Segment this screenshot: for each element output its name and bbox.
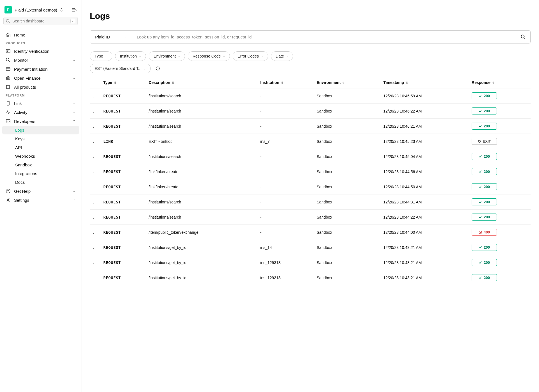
expand-row-icon[interactable]: ⌄ bbox=[92, 216, 95, 219]
table-row[interactable]: ⌄REQUEST/institutions/get_by_idins_12931… bbox=[90, 255, 531, 270]
cell-institution: - bbox=[258, 119, 314, 134]
table-row[interactable]: ⌄REQUEST/item/public_token/exchange-Sand… bbox=[90, 225, 531, 240]
collapse-sidebar-icon[interactable] bbox=[72, 8, 77, 12]
nav-sub-docs[interactable]: Docs bbox=[2, 178, 79, 187]
search-type-select[interactable]: Plaid ID ⌄ bbox=[90, 31, 132, 43]
expand-row-icon[interactable]: ⌄ bbox=[92, 155, 95, 159]
search-icon[interactable] bbox=[521, 35, 526, 40]
nav-sub-keys[interactable]: Keys bbox=[2, 134, 79, 143]
col-description[interactable]: Description⇅ bbox=[146, 76, 258, 88]
chevron-down-icon: ⌄ bbox=[223, 55, 225, 58]
nav-sub-sandbox[interactable]: Sandbox bbox=[2, 161, 79, 169]
home-icon bbox=[6, 32, 11, 37]
table-row[interactable]: ⌄REQUEST/institutions/search-Sandbox12/2… bbox=[90, 149, 531, 164]
cell-description: /institutions/search bbox=[146, 119, 258, 134]
col-type[interactable]: Type⇅ bbox=[101, 76, 146, 88]
response-badge: 200 bbox=[472, 274, 497, 281]
workspace-name: Plaid (External demos) bbox=[15, 8, 57, 12]
col-response[interactable]: Response⇅ bbox=[469, 76, 531, 88]
expand-row-icon[interactable]: ⌄ bbox=[92, 276, 95, 280]
filter-type[interactable]: Type⌄ bbox=[90, 51, 112, 61]
nav-payment-initiation[interactable]: Payment Initiation bbox=[2, 65, 79, 74]
col-environment[interactable]: Environment⇅ bbox=[314, 76, 381, 88]
cell-timestamp: 12/20/23 10:45:23 AM bbox=[381, 134, 469, 149]
cell-environment: Sandbox bbox=[314, 134, 381, 149]
col-institution[interactable]: Institution⇅ bbox=[258, 76, 314, 88]
expand-row-icon[interactable]: ⌄ bbox=[92, 170, 95, 174]
expand-row-icon[interactable]: ⌄ bbox=[92, 231, 95, 235]
expand-row-icon[interactable]: ⌄ bbox=[92, 109, 95, 113]
nav-settings[interactable]: Settings › bbox=[2, 196, 79, 205]
table-row[interactable]: ⌄REQUEST/institutions/search-Sandbox12/2… bbox=[90, 119, 531, 134]
nav-all-products[interactable]: All products bbox=[2, 82, 79, 91]
cell-description: /institutions/get_by_id bbox=[146, 255, 258, 270]
table-row[interactable]: ⌄REQUEST/link/token/create-Sandbox12/20/… bbox=[90, 179, 531, 194]
table-row[interactable]: ⌄REQUEST/link/token/create-Sandbox12/20/… bbox=[90, 164, 531, 179]
response-badge: 200 bbox=[472, 123, 497, 130]
filter-timezone[interactable]: EST (Eastern Standard T...⌄ bbox=[90, 64, 151, 73]
nav-sub-integrations[interactable]: Integrations bbox=[2, 169, 79, 178]
chevron-down-icon: ⌄ bbox=[73, 58, 76, 62]
filter-environment[interactable]: Environment⌄ bbox=[149, 51, 185, 61]
id-card-icon bbox=[6, 49, 11, 54]
nav-get-help[interactable]: Get Help ⌄ bbox=[2, 187, 79, 196]
reset-filters-icon[interactable] bbox=[154, 66, 162, 71]
col-timestamp[interactable]: Timestamp⇅ bbox=[381, 76, 469, 88]
expand-row-icon[interactable]: ⌄ bbox=[92, 261, 95, 265]
cell-type: REQUEST bbox=[101, 194, 146, 210]
cell-timestamp: 12/20/23 10:43:21 AM bbox=[381, 255, 469, 270]
response-badge: 400 bbox=[472, 229, 497, 236]
expand-row-icon[interactable]: ⌄ bbox=[92, 246, 95, 250]
cell-description: /item/public_token/exchange bbox=[146, 225, 258, 240]
cell-timestamp: 12/20/23 10:43:21 AM bbox=[381, 240, 469, 255]
chevron-down-icon: ⌄ bbox=[73, 189, 76, 193]
cell-environment: Sandbox bbox=[314, 119, 381, 134]
expand-row-icon[interactable]: ⌄ bbox=[92, 125, 95, 129]
cell-institution: - bbox=[258, 149, 314, 164]
filter-institution[interactable]: Institution⌄ bbox=[115, 51, 146, 61]
nav-sub-webhooks[interactable]: Webhooks bbox=[2, 152, 79, 161]
table-row[interactable]: ⌄REQUEST/institutions/get_by_idins_14San… bbox=[90, 240, 531, 255]
table-row[interactable]: ⌄LINKEXIT - onExitins_7Sandbox12/20/23 1… bbox=[90, 134, 531, 149]
expand-row-icon[interactable]: ⌄ bbox=[92, 185, 95, 189]
search-type-label: Plaid ID bbox=[95, 35, 110, 39]
nav-home[interactable]: Home bbox=[2, 30, 79, 39]
nav-developers[interactable]: Developers ⌃ bbox=[2, 117, 79, 126]
sidebar-search[interactable]: / bbox=[3, 17, 78, 25]
table-row[interactable]: ⌄REQUEST/institutions/search-Sandbox12/2… bbox=[90, 104, 531, 119]
nav-sub-api[interactable]: API bbox=[2, 143, 79, 152]
nav-monitor[interactable]: Monitor ⌄ bbox=[2, 56, 79, 65]
workspace-switcher[interactable]: P Plaid (External demos) bbox=[2, 5, 79, 17]
expand-row-icon[interactable]: ⌄ bbox=[92, 200, 95, 204]
stack-icon bbox=[6, 84, 11, 90]
expand-row-icon[interactable]: ⌄ bbox=[92, 94, 95, 98]
response-badge: 200 bbox=[472, 168, 497, 175]
cell-institution: ins_129313 bbox=[258, 255, 314, 270]
nav-activity[interactable]: Activity ⌄ bbox=[2, 108, 79, 117]
cell-type: REQUEST bbox=[101, 149, 146, 164]
sort-icon: ⇅ bbox=[172, 81, 174, 84]
log-search-input[interactable] bbox=[137, 31, 521, 43]
response-badge: 200 bbox=[472, 259, 497, 266]
filter-date[interactable]: Date⌄ bbox=[271, 51, 293, 61]
nav-identity-verification[interactable]: Identity Verification bbox=[2, 47, 79, 56]
chevron-down-icon: ⌄ bbox=[73, 101, 76, 105]
page-title: Logs bbox=[90, 11, 531, 21]
table-row[interactable]: ⌄REQUEST/institutions/search-Sandbox12/2… bbox=[90, 210, 531, 225]
cell-timestamp: 12/20/23 10:44:00 AM bbox=[381, 225, 469, 240]
cell-description: /institutions/get_by_id bbox=[146, 270, 258, 285]
cell-description: /institutions/search bbox=[146, 210, 258, 225]
log-search-bar: Plaid ID ⌄ bbox=[90, 30, 531, 43]
sidebar-search-input[interactable] bbox=[12, 19, 70, 23]
cell-institution: ins_7 bbox=[258, 134, 314, 149]
nav-link[interactable]: Link ⌄ bbox=[2, 99, 79, 108]
table-row[interactable]: ⌄REQUEST/institutions/search-Sandbox12/2… bbox=[90, 88, 531, 104]
expand-row-icon[interactable]: ⌄ bbox=[92, 140, 95, 144]
response-badge: 200 bbox=[472, 153, 497, 160]
filter-error-codes[interactable]: Error Codes⌄ bbox=[233, 51, 268, 61]
filter-response-code[interactable]: Response Code⌄ bbox=[188, 51, 230, 61]
nav-sub-logs[interactable]: Logs bbox=[2, 126, 79, 134]
nav-open-finance[interactable]: Open Finance ⌄ bbox=[2, 74, 79, 82]
table-row[interactable]: ⌄REQUEST/institutions/get_by_idins_12931… bbox=[90, 270, 531, 285]
table-row[interactable]: ⌄REQUEST/institutions/search-Sandbox12/2… bbox=[90, 194, 531, 210]
